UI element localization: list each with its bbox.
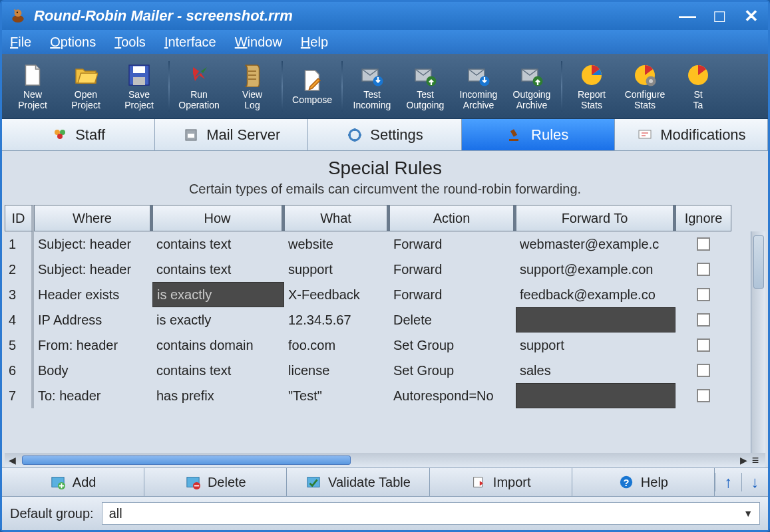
cell-where[interactable]: Subject: header: [34, 257, 152, 282]
cell-action[interactable]: Forward: [389, 257, 516, 282]
tool-view-log[interactable]: ViewLog: [226, 57, 279, 116]
ignore-checkbox[interactable]: [697, 237, 710, 251]
menu-file[interactable]: File: [7, 33, 34, 51]
cell-what[interactable]: support: [284, 257, 389, 282]
col-header-ignore[interactable]: Ignore: [675, 205, 731, 231]
menu-window[interactable]: Window: [232, 33, 285, 51]
cell-how[interactable]: is exactly: [152, 307, 284, 332]
tool-st-ta[interactable]: StTa: [672, 57, 725, 116]
cell-how[interactable]: contains domain: [152, 332, 284, 358]
cell-where[interactable]: To: header: [34, 383, 152, 408]
ignore-checkbox[interactable]: [697, 263, 710, 276]
ignore-checkbox[interactable]: [697, 288, 710, 301]
tool-new-project[interactable]: NewProject: [6, 57, 59, 116]
hscroll-thumb[interactable]: [22, 456, 351, 465]
maximize-button[interactable]: □: [709, 6, 729, 26]
ignore-checkbox[interactable]: [697, 364, 710, 377]
cell-action[interactable]: Autorespond=No: [389, 383, 516, 408]
tool-compose[interactable]: Compose: [286, 57, 339, 116]
tool-incoming-archive[interactable]: IncomingArchive: [452, 57, 505, 116]
tool-open-project[interactable]: OpenProject: [59, 57, 112, 116]
cell-action[interactable]: Set Group: [389, 358, 516, 383]
col-header-how[interactable]: How: [152, 205, 284, 231]
menu-options[interactable]: Options: [47, 33, 98, 51]
cell-what[interactable]: 12.34.5.67: [284, 307, 389, 332]
tab-rules[interactable]: Rules: [462, 119, 615, 150]
cell-forward[interactable]: support@example.con: [516, 257, 675, 282]
scroll-right-icon[interactable]: ▶: [740, 455, 749, 466]
cell-how[interactable]: is exactly: [152, 282, 284, 307]
cell-id[interactable]: 6: [5, 358, 34, 383]
col-header-where[interactable]: Where: [34, 205, 152, 231]
table-row[interactable]: 2Subject: headercontains textsupportForw…: [5, 257, 765, 282]
table-row[interactable]: 1Subject: headercontains textwebsiteForw…: [5, 231, 765, 257]
tool-run-operation[interactable]: RunOperation: [172, 57, 226, 116]
cell-forward[interactable]: support: [516, 332, 675, 358]
cell-where[interactable]: Body: [34, 358, 152, 383]
table-row[interactable]: 3Header existsis exactlyX-FeedbackForwar…: [5, 282, 765, 307]
vertical-scrollbar[interactable]: [751, 231, 765, 453]
cell-what[interactable]: website: [284, 231, 389, 257]
cell-action[interactable]: Forward: [389, 282, 516, 307]
import-button[interactable]: Import: [430, 468, 572, 496]
cell-forward[interactable]: sales: [516, 358, 675, 383]
default-group-combo[interactable]: all ▼: [102, 502, 760, 525]
tab-modifications[interactable]: Modifications: [615, 119, 768, 150]
add-button[interactable]: Add: [2, 468, 144, 496]
cell-forward[interactable]: webmaster@example.c: [516, 231, 675, 257]
close-button[interactable]: ✕: [741, 6, 761, 26]
table-row[interactable]: 6Bodycontains textlicenseSet Groupsales: [5, 358, 765, 383]
cell-id[interactable]: 7: [5, 383, 34, 408]
col-header-what[interactable]: What: [284, 205, 389, 231]
cell-action[interactable]: Set Group: [389, 332, 516, 358]
cell-where[interactable]: From: header: [34, 332, 152, 358]
cell-where[interactable]: Header exists: [34, 282, 152, 307]
tool-save-project[interactable]: SaveProject: [112, 57, 166, 116]
cell-id[interactable]: 2: [5, 257, 34, 282]
table-row[interactable]: 7To: headerhas prefix"Test"Autorespond=N…: [5, 383, 765, 408]
menu-interface[interactable]: Interface: [162, 33, 219, 51]
cell-id[interactable]: 5: [5, 332, 34, 358]
col-header-forward[interactable]: Forward To: [516, 205, 675, 231]
ignore-checkbox[interactable]: [697, 338, 710, 352]
menu-tools[interactable]: Tools: [112, 33, 148, 51]
table-row[interactable]: 5From: headercontains domainfoo.comSet G…: [5, 332, 765, 358]
cell-how[interactable]: has prefix: [152, 383, 284, 408]
tool-outgoing-archive[interactable]: OutgoingArchive: [505, 57, 558, 116]
scroll-menu-icon[interactable]: ≡: [749, 454, 761, 467]
help-button[interactable]: ? Help: [572, 468, 715, 496]
tool-report-stats[interactable]: ReportStats: [565, 57, 618, 116]
tool-test-outgoing[interactable]: TestOutgoing: [399, 57, 452, 116]
move-up-button[interactable]: ↑: [715, 473, 741, 491]
cell-what[interactable]: "Test": [284, 383, 389, 408]
tab-staff[interactable]: Staff: [2, 119, 155, 150]
cell-how[interactable]: contains text: [152, 358, 284, 383]
validate-button[interactable]: Validate Table: [287, 468, 429, 496]
tool-configure-stats[interactable]: ConfigureStats: [618, 57, 672, 116]
cell-forward[interactable]: feedback@example.co: [516, 282, 675, 307]
delete-button[interactable]: Delete: [144, 468, 287, 496]
col-header-id[interactable]: ID: [5, 205, 34, 231]
menu-help[interactable]: Help: [298, 33, 331, 51]
minimize-button[interactable]: —: [677, 6, 697, 26]
tool-test-incoming[interactable]: TestIncoming: [345, 57, 399, 116]
cell-what[interactable]: foo.com: [284, 332, 389, 358]
col-header-action[interactable]: Action: [389, 205, 516, 231]
cell-id[interactable]: 3: [5, 282, 34, 307]
ignore-checkbox[interactable]: [697, 313, 710, 327]
cell-where[interactable]: Subject: header: [34, 231, 152, 257]
table-row[interactable]: 4IP Addressis exactly12.34.5.67Delete: [5, 307, 765, 332]
cell-forward[interactable]: [516, 307, 675, 332]
cell-what[interactable]: X-Feedback: [284, 282, 389, 307]
cell-how[interactable]: contains text: [152, 231, 284, 257]
tab-mail-server[interactable]: Mail Server: [155, 119, 308, 150]
horizontal-scrollbar[interactable]: ◀ ▶ ≡: [5, 453, 765, 467]
move-down-button[interactable]: ↓: [741, 473, 768, 491]
cell-where[interactable]: IP Address: [34, 307, 152, 332]
cell-action[interactable]: Delete: [389, 307, 516, 332]
scroll-left-icon[interactable]: ◀: [9, 455, 18, 466]
ignore-checkbox[interactable]: [697, 389, 710, 402]
tab-settings[interactable]: Settings: [308, 119, 461, 150]
cell-id[interactable]: 4: [5, 307, 34, 332]
cell-how[interactable]: contains text: [152, 257, 284, 282]
